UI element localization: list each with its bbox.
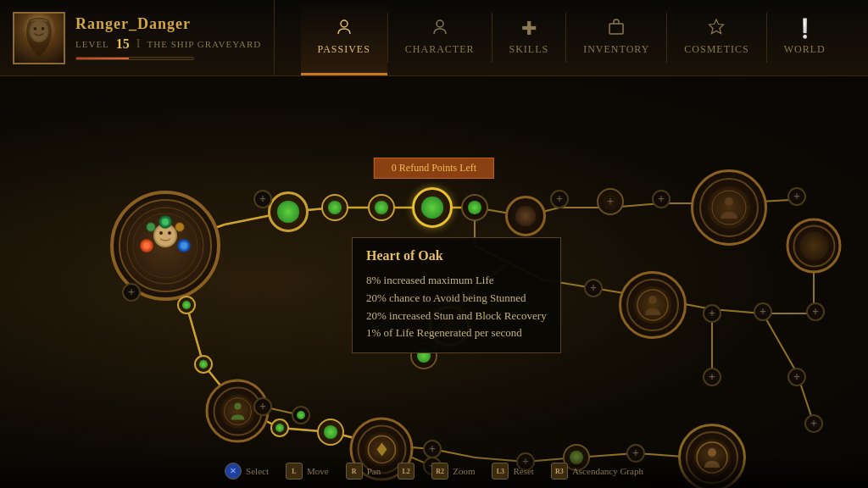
node-4[interactable] (368, 194, 395, 221)
skills-icon: ✚ (521, 18, 537, 40)
hint-zoom-label: Zoom (453, 466, 475, 476)
node-lower-mid-2[interactable] (292, 406, 310, 424)
tooltip-line-4: 1% of Life Regenerated per second (366, 324, 547, 342)
node-6-inner (468, 201, 482, 215)
node-1[interactable] (268, 191, 309, 232)
xp-bar (75, 57, 194, 60)
node-right-2[interactable]: + (703, 304, 721, 323)
controller-bar: ✕ Select L Move R Pan L2 R2 Zoom L3 Rese… (0, 454, 868, 488)
svg-point-77 (712, 191, 746, 225)
node-8[interactable]: + (550, 190, 569, 208)
node-bottom-1-inner (182, 301, 192, 310)
node-far-right-top[interactable]: + (787, 187, 806, 206)
node-right-bot-3[interactable]: + (804, 414, 823, 433)
node-tooltip: Heart of Oak 8% increased maximum Life 2… (352, 237, 561, 353)
node-left-branch[interactable]: + (122, 283, 141, 302)
hub-right-mid-ring (626, 279, 679, 331)
node-right-bot-1[interactable]: + (703, 368, 721, 386)
node-3[interactable] (321, 194, 348, 221)
node-lower-1-inner (275, 424, 285, 433)
hint-move: L Move (286, 463, 329, 480)
tooltip-line-2: 20% chance to Avoid being Stunned (366, 290, 547, 308)
avatar-image (14, 14, 64, 63)
tab-inventory[interactable]: Inventory (566, 0, 666, 75)
hub-far-right-center (799, 231, 828, 260)
hub-right-top-center (708, 186, 750, 229)
level-number: 15 (116, 36, 130, 52)
node-bottom-1[interactable] (177, 296, 196, 314)
hub-right-top[interactable] (691, 169, 767, 246)
r3-button: R3 (551, 463, 568, 480)
svg-point-4 (341, 20, 348, 27)
svg-line-44 (763, 313, 797, 373)
player-info: Ranger_Danger LEVEL 15 I The Ship Gravey… (0, 0, 275, 75)
node-9[interactable]: + (597, 188, 624, 215)
hint-zoom: R2 Zoom (431, 463, 475, 480)
inventory-icon (607, 17, 626, 40)
svg-point-5 (437, 20, 443, 27)
tooltip-line-1: 8% increased maximum Life (366, 272, 547, 290)
hint-pan: R Pan (346, 463, 381, 480)
hint-reset: L3 Reset (492, 463, 533, 480)
world-label: World (784, 43, 826, 56)
l3-button: L3 (492, 463, 509, 480)
svg-point-82 (637, 290, 668, 320)
player-details: Ranger_Danger LEVEL 15 I The Ship Gravey… (75, 15, 261, 60)
node-lower-mid-1[interactable] (317, 419, 344, 446)
svg-point-70 (143, 242, 150, 249)
svg-point-79 (224, 397, 251, 424)
player-level-line: LEVEL 15 I The Ship Graveyard (75, 36, 261, 52)
node-10[interactable]: + (652, 190, 670, 208)
r2-button: R2 (431, 463, 448, 480)
node-2[interactable]: + (253, 190, 272, 208)
node-bottom-2[interactable] (194, 355, 213, 374)
node-lower-mid-1-inner (324, 425, 338, 440)
tab-cosmetics[interactable]: Cosmetics (667, 0, 765, 75)
hint-reset-label: Reset (513, 466, 533, 476)
player-name: Ranger_Danger (75, 15, 261, 33)
skills-label: Skills (509, 43, 549, 56)
nav-tabs: Passives Character ✚ Skills (275, 0, 868, 75)
tab-skills[interactable]: ✚ Skills (492, 0, 566, 75)
svg-point-76 (175, 223, 184, 231)
node-4-inner (375, 201, 389, 215)
l1-button: L (286, 463, 303, 480)
hub-right-mid-center (634, 286, 671, 324)
level-label: LEVEL (75, 39, 109, 49)
heart-of-oak-node[interactable] (412, 187, 453, 228)
svg-point-67 (159, 231, 163, 235)
node-right-1[interactable]: + (584, 279, 603, 297)
hint-ascendancy-label: Ascendancy Graph (572, 466, 643, 476)
node-lower-2[interactable]: + (253, 397, 272, 416)
hub-right-mid[interactable] (619, 271, 687, 339)
node-right-4[interactable]: + (806, 302, 825, 321)
hint-move-label: Move (307, 466, 329, 476)
svg-point-78 (725, 197, 733, 206)
l2-button: L2 (398, 463, 415, 480)
tooltip-line-3: 20% increased Stun and Block Recovery (366, 308, 547, 325)
separator: I (136, 37, 141, 51)
tab-world[interactable]: ❕ World (767, 0, 843, 75)
character-label: Character (405, 43, 475, 56)
node-lower-1[interactable] (270, 419, 289, 437)
inventory-label: Inventory (583, 43, 649, 56)
hub-far-right[interactable] (787, 219, 842, 274)
tooltip-title: Heart of Oak (366, 248, 547, 263)
node-right-3[interactable]: + (754, 302, 772, 321)
tab-passives[interactable]: Passives (301, 0, 387, 75)
node-6[interactable] (461, 194, 488, 221)
tab-character[interactable]: Character (388, 0, 492, 75)
node-right-bot-2[interactable]: + (787, 368, 806, 386)
hint-ascendancy: R3 Ascendancy Graph (551, 463, 643, 480)
skill-tree-area[interactable]: 0 Refund Points Left (0, 76, 868, 488)
node-1-inner (277, 201, 298, 222)
hint-l2: L2 (398, 463, 415, 480)
cross-button: ✕ (225, 463, 242, 480)
node-7[interactable] (505, 196, 546, 236)
passives-label: Passives (318, 43, 370, 56)
header: Ranger_Danger LEVEL 15 I The Ship Gravey… (0, 0, 868, 76)
hub-far-right-ring (793, 225, 835, 267)
svg-point-83 (648, 296, 657, 304)
hub-right-top-ring (699, 178, 759, 237)
cosmetics-icon (707, 17, 726, 40)
